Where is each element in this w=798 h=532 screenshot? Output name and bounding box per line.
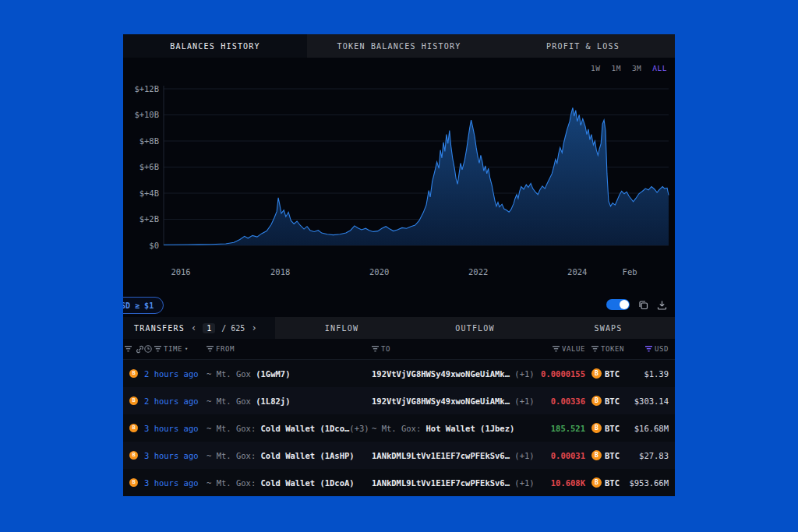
tab-transfers[interactable]: TRANSFERS ‹ 1 / 625 ›: [123, 317, 275, 339]
transfer-time[interactable]: 3 hours ago: [144, 478, 207, 488]
range-button-1m[interactable]: 1M: [611, 64, 620, 72]
transfer-usd: $303.14: [628, 396, 675, 406]
tab-balances-history[interactable]: BALANCES HISTORY: [123, 34, 307, 58]
filter-icon[interactable]: [553, 346, 560, 352]
balances-tab-bar: BALANCES HISTORYTOKEN BALANCES HISTORYPR…: [123, 34, 675, 58]
transfer-usd: $16.68M: [628, 424, 675, 433]
transfer-token[interactable]: BBTC: [587, 423, 628, 433]
chevron-right-icon[interactable]: ›: [251, 323, 256, 333]
transfer-to[interactable]: 192VtVjVG8HWSy49xwoNGeUiAMk… (+1): [372, 396, 538, 406]
link-icon[interactable]: [136, 345, 144, 354]
transfers-tab-bar: TRANSFERS ‹ 1 / 625 › INFLOWOUTFLOWSWAPS: [123, 317, 675, 339]
transfers-table-body: B 2 hours ago ~ Mt. Gox (1GwM7) 192VtVjV…: [123, 360, 675, 496]
transfer-from[interactable]: ~ Mt. Gox: Cold Wallet (1AsHP): [207, 451, 372, 460]
filter-icon[interactable]: [372, 346, 379, 352]
transfer-time[interactable]: 3 hours ago: [144, 424, 207, 433]
table-row[interactable]: B 3 hours ago ~ Mt. Gox: Cold Wallet (1D…: [123, 469, 675, 496]
filter-icon[interactable]: [125, 346, 132, 352]
value-header-label: VALUE: [562, 345, 585, 353]
btc-icon: B: [591, 450, 602, 460]
balances-history-section: 1W1M3MALL $+12B$+10B$+8B$+6B$+4B$+2B$020…: [123, 58, 675, 292]
tab-profit-loss[interactable]: PROFIT & LOSS: [491, 34, 675, 58]
filter-icon-active[interactable]: [645, 346, 652, 352]
to-header-label: TO: [381, 345, 390, 353]
usd-filter-chip[interactable]: USD ≥ $1: [123, 297, 164, 314]
desktop-background: { "colors": { "background": "#0450C8", "…: [0, 0, 798, 532]
time-range-selector: 1W1M3MALL: [591, 64, 667, 72]
toggle-knob: [620, 300, 629, 309]
transfer-time[interactable]: 3 hours ago: [144, 451, 207, 460]
header-from[interactable]: FROM: [207, 345, 372, 353]
tab-token-balances-history[interactable]: TOKEN BALANCES HISTORY: [307, 34, 491, 58]
transfer-token[interactable]: BBTC: [587, 450, 628, 460]
transfer-time[interactable]: 2 hours ago: [144, 369, 207, 379]
transfer-to[interactable]: ~ Mt. Gox: Hot Wallet (1Jbez): [372, 424, 538, 433]
btc-chain-icon: B: [129, 451, 138, 460]
balances-history-chart[interactable]: $+12B$+10B$+8B$+6B$+4B$+2B$0201620182020…: [123, 78, 675, 282]
table-row[interactable]: B 3 hours ago ~ Mt. Gox: Cold Wallet (1A…: [123, 442, 675, 469]
transfer-to[interactable]: 1ANkDML9LtVv1E1EF7cwPFEkSv6… (+1): [372, 478, 538, 488]
transfer-token[interactable]: BBTC: [587, 477, 628, 488]
svg-text:2016: 2016: [171, 267, 190, 277]
svg-text:$0: $0: [149, 241, 159, 250]
transfer-to[interactable]: 1ANkDML9LtVv1E1EF7cwPFEkSv6… (+1): [372, 451, 538, 460]
btc-icon: B: [591, 423, 602, 433]
transfer-token[interactable]: BBTC: [587, 396, 628, 406]
svg-text:$+12B: $+12B: [134, 84, 159, 93]
btc-chain-icon: B: [129, 396, 138, 405]
caret-down-icon[interactable]: ▾: [185, 346, 189, 352]
transfer-from[interactable]: ~ Mt. Gox (1L82j): [207, 396, 372, 406]
table-row[interactable]: B 2 hours ago ~ Mt. Gox (1GwM7) 192VtVjV…: [123, 360, 675, 387]
transfer-from[interactable]: ~ Mt. Gox: Cold Wallet (1DcoA): [207, 478, 372, 488]
chevron-left-icon[interactable]: ‹: [191, 323, 196, 333]
filter-icon[interactable]: [207, 346, 214, 352]
range-button-all[interactable]: ALL: [652, 64, 667, 72]
chart-controls-row: USD ≥ $1: [123, 292, 675, 317]
download-icon[interactable]: [657, 300, 667, 310]
transfer-token[interactable]: BBTC: [587, 368, 628, 379]
range-button-3m[interactable]: 3M: [632, 64, 641, 72]
btc-icon: B: [591, 368, 602, 379]
svg-text:$+8B: $+8B: [139, 136, 159, 146]
btc-icon: B: [591, 477, 602, 488]
transfer-from[interactable]: ~ Mt. Gox (1GwM7): [207, 369, 372, 379]
chart-toggle[interactable]: [606, 299, 630, 310]
transfer-usd: $953.66M: [628, 478, 675, 488]
filter-icon[interactable]: [154, 346, 161, 352]
svg-text:2024: 2024: [567, 267, 587, 277]
transfer-value: 0.0000155: [538, 369, 587, 379]
table-row[interactable]: B 2 hours ago ~ Mt. Gox (1L82j) 192VtVjV…: [123, 387, 675, 414]
transfer-value: 10.608K: [538, 478, 587, 488]
svg-text:2020: 2020: [369, 267, 389, 277]
usd-header-label: USD: [655, 345, 669, 353]
table-row[interactable]: B 3 hours ago ~ Mt. Gox: Cold Wallet (1D…: [123, 414, 675, 442]
wallet-dashboard-panel: BALANCES HISTORYTOKEN BALANCES HISTORYPR…: [123, 34, 675, 496]
transfer-to[interactable]: 192VtVjVG8HWSy49xwoNGeUiAMk… (+1): [372, 369, 538, 379]
btc-chain-icon: B: [129, 424, 138, 432]
tab-swaps[interactable]: SWAPS: [542, 317, 675, 339]
copy-icon[interactable]: [638, 300, 648, 310]
page-number[interactable]: 1: [203, 323, 215, 333]
range-button-1w[interactable]: 1W: [591, 64, 600, 72]
header-token[interactable]: TOKEN: [587, 345, 628, 353]
btc-icon: B: [591, 396, 602, 406]
transfers-tab-label: TRANSFERS: [134, 324, 185, 333]
transfer-usd: $1.39: [628, 369, 675, 379]
svg-text:Feb: Feb: [623, 267, 637, 277]
transfer-from[interactable]: ~ Mt. Gox: Cold Wallet (1Dco…(+3): [207, 424, 372, 433]
tab-outflow[interactable]: OUTFLOW: [408, 317, 542, 339]
header-value[interactable]: VALUE: [538, 345, 587, 353]
transfer-time[interactable]: 2 hours ago: [144, 396, 207, 406]
header-usd[interactable]: USD: [628, 345, 675, 353]
transfer-value: 185.521: [538, 424, 587, 433]
transfer-value: 0.00336: [538, 396, 587, 406]
filter-icon[interactable]: [591, 346, 598, 352]
btc-chain-icon: B: [129, 478, 138, 487]
tab-inflow[interactable]: INFLOW: [275, 317, 408, 339]
header-time[interactable]: TIME ▾: [144, 345, 207, 353]
svg-text:$+10B: $+10B: [134, 110, 159, 119]
header-to[interactable]: TO: [372, 345, 538, 353]
time-header-label: TIME: [164, 345, 182, 353]
token-header-label: TOKEN: [601, 345, 624, 353]
svg-text:$+2B: $+2B: [139, 214, 159, 224]
